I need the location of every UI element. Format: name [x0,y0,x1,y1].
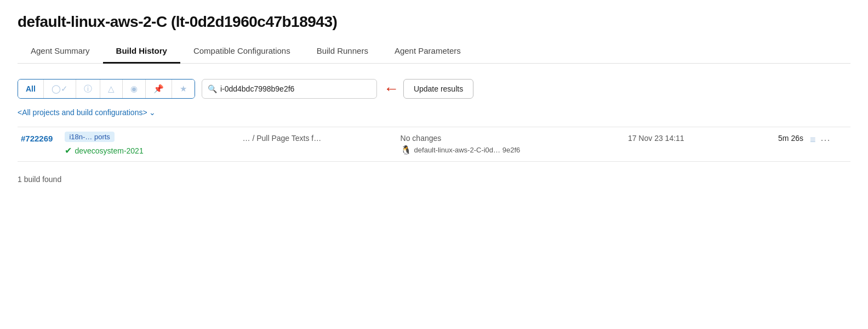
tab-build-history[interactable]: Build History [103,41,180,64]
filter-star-button[interactable]: ★ [172,80,195,98]
table-row: #722269 i18n-… ports ✔ devecosystem-2021… [18,127,850,162]
toolbar: All ◯✓ ⓘ △ ◉ 📌 ★ 🔍 [18,79,850,99]
layers-icon[interactable]: ≡ [810,134,816,146]
chevron-down-icon: ⌄ [149,108,156,117]
build-date: 17 Nov 23 14:11 [628,134,684,143]
error-icon: ◉ [130,84,138,94]
filter-all-button[interactable]: All [18,80,44,98]
check-circle-icon: ◯✓ [52,84,68,94]
build-tag[interactable]: i18n-… ports [65,132,114,142]
more-options-icon[interactable]: ⋯ [820,134,830,146]
build-agent: 🐧 default-linux-aws-2-C-i0d… 9e2f6 [401,145,621,155]
pin-icon: 📌 [153,84,164,94]
build-changes: No changes [401,134,442,143]
project-filter-dropdown[interactable]: <All projects and build configurations> … [18,108,156,117]
tabs-nav: Agent Summary Build History Compatible C… [18,41,850,64]
agent-name: default-linux-aws-2-C-i0d… 9e2f6 [414,146,521,154]
build-status: ✔ devecosystem-2021 [65,145,236,156]
tab-agent-summary[interactable]: Agent Summary [18,41,103,64]
build-path: … / Pull Page Texts f… [243,134,322,143]
page-title: default-linux-aws-2-C (lt-0d2d1960c47b18… [18,13,850,31]
build-duration: 5m 26s [778,134,803,143]
update-results-button[interactable]: Update results [403,79,473,99]
search-icon: 🔍 [208,84,217,93]
info-icon: ⓘ [84,84,92,94]
search-box: 🔍 [202,79,377,99]
star-icon: ★ [180,84,187,94]
project-link[interactable]: devecosystem-2021 [75,146,143,155]
project-filter-label: <All projects and build configurations> [18,108,147,117]
filter-pin-button[interactable]: 📌 [146,80,172,98]
filter-error-button[interactable]: ◉ [123,80,146,98]
linux-icon: 🐧 [401,145,412,155]
tab-agent-parameters[interactable]: Agent Parameters [381,41,474,64]
build-table: #722269 i18n-… ports ✔ devecosystem-2021… [18,127,850,162]
success-check-icon: ✔ [65,145,72,156]
search-wrapper: 🔍 ← Update results [202,79,850,99]
filter-warning-button[interactable]: △ [100,80,123,98]
filter-group: All ◯✓ ⓘ △ ◉ 📌 ★ [18,79,195,99]
page-container: default-linux-aws-2-C (lt-0d2d1960c47b18… [0,0,868,329]
tab-build-runners[interactable]: Build Runners [304,41,381,64]
tab-compatible-configurations[interactable]: Compatible Configurations [180,41,304,64]
build-actions: ≡ ⋯ [810,133,847,146]
filter-info-button[interactable]: ⓘ [76,80,100,98]
warning-icon: △ [108,84,115,94]
build-summary: 1 build found [18,171,850,184]
search-input[interactable] [220,84,363,93]
red-arrow-icon: ← [384,81,399,97]
build-number-link[interactable]: #722269 [21,134,58,143]
filter-success-button[interactable]: ◯✓ [44,80,76,98]
